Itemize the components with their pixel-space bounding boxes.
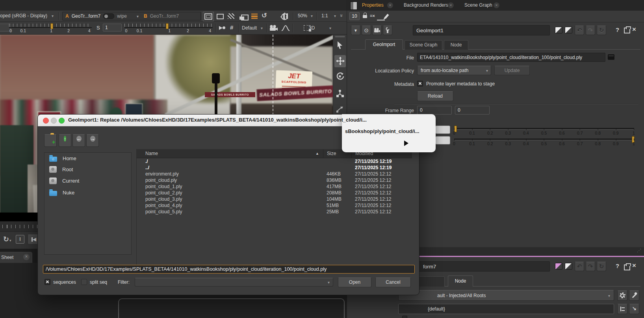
strip-handle[interactable]: [335, 36, 345, 37]
reload-button[interactable]: Reload: [417, 91, 453, 101]
mask-field[interactable]: {default}: [398, 304, 614, 314]
partial-checkbox[interactable]: [402, 316, 407, 318]
tab-dope-sheet[interactable]: Sheet ×: [0, 252, 32, 263]
wipe-toggle[interactable]: [103, 13, 114, 19]
view-dims-dropdown[interactable]: 3D: [309, 25, 315, 31]
wrench-button[interactable]: [383, 26, 392, 35]
center-node-button[interactable]: ⊙: [362, 26, 371, 35]
pause-icon[interactable]: [283, 13, 288, 19]
tab-properties[interactable]: Properties: [362, 2, 384, 8]
eyedropper-button[interactable]: [629, 290, 639, 301]
undo-button[interactable]: ↶: [575, 262, 584, 271]
close-icon[interactable]: ×: [632, 262, 636, 270]
pixel-ratio-dropdown[interactable]: 1:1: [321, 13, 328, 18]
loop-mode-icon[interactable]: ↻: [3, 235, 9, 244]
chevron-down-icon[interactable]: ▾: [311, 14, 313, 18]
sidebar-item-nuke[interactable]: Nuke: [45, 187, 131, 198]
table-row[interactable]: point_cloud_1.ply 417MB 27/11/2025 12:12: [137, 183, 412, 190]
table-row[interactable]: environment.ply 446KB 27/11/2025 12:12: [137, 171, 412, 177]
minimize-window-light[interactable]: [51, 118, 57, 124]
up-directory-button[interactable]: ↑: [59, 134, 71, 147]
column-header-name[interactable]: Name ▲: [137, 149, 323, 158]
collapse-button[interactable]: ▼: [351, 26, 360, 35]
scene-tree-button[interactable]: [617, 304, 627, 314]
sidebar-item-current[interactable]: Current: [45, 175, 131, 187]
new-folder-button[interactable]: +: [44, 134, 57, 147]
variant-dropdown[interactable]: ault - Injected/All Roots ▾: [398, 290, 614, 301]
clear-panels-icon[interactable]: =×: [370, 13, 375, 18]
metadata-checkbox[interactable]: [417, 81, 423, 87]
tab-scene-graph[interactable]: Scene Graph: [405, 40, 442, 50]
chevron-down-icon[interactable]: ▾: [261, 26, 263, 30]
camera-icon[interactable]: [269, 25, 278, 31]
table-row[interactable]: point_cloud_2.ply 208MB 27/11/2025 12:12: [137, 190, 412, 196]
stripes-icon[interactable]: [228, 13, 234, 19]
chevron-down-icon[interactable]: ▾: [52, 14, 54, 18]
param-slider-2[interactable]: 0 0.1 0.2 0.3 0.4 0.5 0.6 0.7 0.8 0.9 1: [454, 135, 634, 146]
expand-triangle-icon[interactable]: [404, 141, 408, 146]
max-panels-input[interactable]: 10: [349, 12, 360, 20]
sort-ascending-icon[interactable]: ▲: [316, 149, 319, 158]
file-path-field[interactable]: ETA4/141010_watkinsBookshop/ply/point_cl…: [417, 53, 605, 62]
update-button[interactable]: Update: [494, 66, 530, 75]
table-row[interactable]: ../ 27/11/2025 12:19: [137, 165, 412, 171]
close-icon[interactable]: ×: [387, 2, 393, 8]
zoom-level-dropdown[interactable]: 50%: [298, 13, 307, 18]
help-icon[interactable]: ?: [616, 263, 619, 269]
back-button[interactable]: ←: [72, 134, 85, 147]
channel-b-button[interactable]: [565, 263, 572, 270]
channel-b-button[interactable]: [565, 27, 572, 33]
frame-start-input[interactable]: 0: [417, 106, 452, 115]
backdrop-node[interactable]: [118, 298, 345, 318]
value-ruler[interactable]: 0 0.1 1 2 4: [124, 22, 213, 34]
lighting-icon[interactable]: [219, 25, 225, 31]
tab-geoimport[interactable]: GeoImport: [365, 39, 403, 50]
forward-button[interactable]: →: [86, 134, 99, 147]
table-row[interactable]: point_cloud_4.ply 51MB 27/11/2025 12:12: [137, 202, 412, 209]
param-slider-1[interactable]: 0 0.1 0.2 0.3 0.4 0.5 0.6 0.7 0.8 0.9 1: [454, 124, 634, 135]
open-button[interactable]: Open: [338, 277, 371, 287]
translate-tool-button[interactable]: [334, 55, 346, 67]
redo-button[interactable]: ↷: [586, 262, 595, 271]
input-a-node[interactable]: GeoTr...form7: [72, 13, 101, 19]
tab-node[interactable]: Node: [444, 40, 468, 50]
undo-button[interactable]: ↶: [575, 26, 584, 35]
param-input-light[interactable]: [435, 136, 450, 144]
tab-node[interactable]: Node: [448, 275, 473, 287]
refresh-icon[interactable]: ↺: [262, 11, 267, 20]
revert-button[interactable]: ↻: [597, 26, 606, 35]
chevron-down-icon[interactable]: ▾: [9, 238, 11, 242]
sequences-checkbox[interactable]: [45, 279, 50, 285]
pointer-tool-icon[interactable]: [336, 41, 344, 50]
view-preset-dropdown[interactable]: Default: [242, 25, 257, 31]
close-icon[interactable]: ×: [632, 26, 636, 33]
zoom-window-light[interactable]: [59, 118, 65, 124]
file-browse-icon[interactable]: [608, 54, 614, 60]
filter-dropdown[interactable]: ▾: [135, 278, 333, 287]
close-icon[interactable]: ×: [494, 2, 499, 8]
format-frame-icon[interactable]: [204, 13, 212, 20]
frame-end-input[interactable]: 0: [455, 106, 490, 115]
close-window-light[interactable]: [43, 118, 49, 124]
scanlines-icon[interactable]: [251, 13, 258, 19]
chevron-down-icon[interactable]: ▾: [329, 26, 331, 30]
cancel-button[interactable]: Cancel: [375, 277, 411, 287]
gain-ruler[interactable]: 0 0.1 1 2 4: [9, 22, 92, 34]
curve-icon[interactable]: [281, 25, 290, 31]
table-row[interactable]: point_cloud.ply 836MB 27/11/2025 12:12: [137, 177, 412, 183]
pick-from-viewer-button[interactable]: ↘: [629, 304, 639, 314]
split-seq-checkbox[interactable]: [81, 279, 87, 285]
input-range-button[interactable]: I: [16, 235, 24, 244]
pane-icon[interactable]: [350, 2, 357, 10]
channel-a-button[interactable]: [555, 263, 562, 270]
node-name-field[interactable]: GeoImport1: [413, 25, 550, 35]
table-row[interactable]: ./ 27/11/2025 12:19: [137, 158, 412, 165]
help-icon[interactable]: ?: [616, 26, 619, 33]
lock-icon[interactable]: [363, 15, 367, 18]
sidebar-item-root[interactable]: Root: [45, 164, 131, 175]
scale-tool-icon[interactable]: [336, 89, 344, 97]
param-input-light[interactable]: [435, 126, 450, 134]
proxy-rect-icon[interactable]: [217, 14, 224, 19]
tab-scene-graph[interactable]: Scene Graph: [464, 2, 492, 8]
pencil-icon[interactable]: [384, 14, 389, 19]
